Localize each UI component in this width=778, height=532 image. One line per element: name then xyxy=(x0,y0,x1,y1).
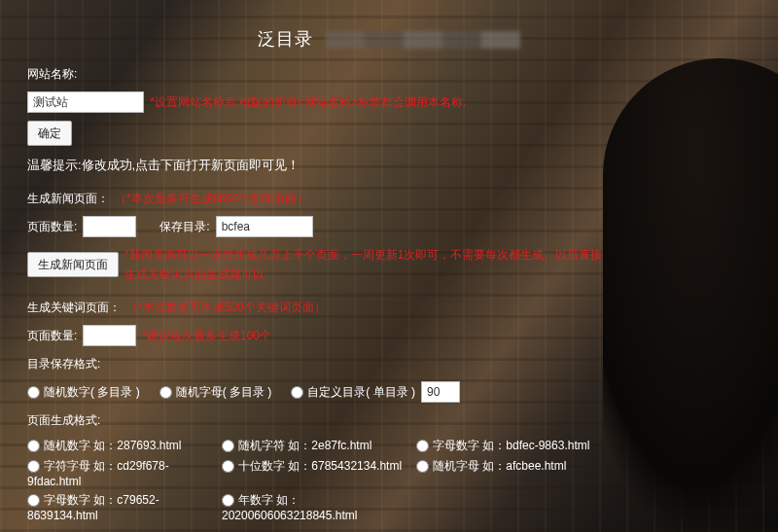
site-name-input[interactable] xyxy=(27,91,144,113)
site-name-label: 网站名称: xyxy=(27,64,77,84)
news-heading: 生成新闻页面： xyxy=(27,189,109,208)
pagefmt-opt-e[interactable]: 十位数字 如：6785432134.html xyxy=(222,458,416,488)
dirfmt-custom-input[interactable] xyxy=(421,381,460,403)
pagefmt-opt-g[interactable]: 字母数字 如：c79652-8639134.html xyxy=(27,492,222,522)
pagefmt-opt-a[interactable]: 随机数字 如：287693.html xyxy=(27,438,222,454)
news-count-input[interactable] xyxy=(83,216,136,237)
kw-limit-hint: （*本次最多可生成500个关键词页面） xyxy=(126,298,326,317)
confirm-button[interactable]: 确定 xyxy=(27,121,72,146)
pagefmt-opt-c[interactable]: 字母数字 如：bdfec-9863.html xyxy=(416,438,611,454)
success-tip: 温馨提示:修改成功,点击下面打开新页面即可见！ xyxy=(27,156,300,175)
dirfmt-opt-custom[interactable]: 自定义目录( 单目录 ) xyxy=(291,382,415,402)
news-count-label: 页面数量: xyxy=(27,217,77,236)
dirfmt-label: 目录保存格式: xyxy=(27,354,100,373)
news-dir-input[interactable] xyxy=(216,216,313,237)
kw-count-hint: *建议每次最多生成100个 xyxy=(142,326,271,345)
pagefmt-opt-b[interactable]: 随机字符 如：2e87fc.html xyxy=(222,438,416,454)
kw-count-input[interactable] xyxy=(83,325,136,346)
pagefmt-opt-d[interactable]: 字符字母 如：cd29f678-9fdac.html xyxy=(27,458,222,488)
kw-heading: 生成关键词页面： xyxy=(27,298,121,317)
site-name-hint: *设置网站名称后,模版的所有<网站名称>标签都会调用本名称. xyxy=(150,92,466,112)
dirfmt-opt-digits[interactable]: 随机数字( 多目录 ) xyxy=(27,382,140,402)
dirfmt-opt-letters[interactable]: 随机字母( 多目录 ) xyxy=(159,382,272,402)
gen-news-button[interactable]: 生成新闻页面 xyxy=(27,252,119,277)
news-limit-hint: （*本次最多可生成8660个新闻页面） xyxy=(115,189,308,208)
news-gen-hint: *新闻页面可以一次性生成几百上千个页面，一周更新1次即可，不需要每次都生成。以后… xyxy=(124,245,630,284)
page-title-prefix: 泛目录 xyxy=(258,29,313,49)
pagefmt-label: 页面生成格式: xyxy=(27,410,100,430)
kw-gen-hint: （*第一次性完全部关键词页面并在首页空间第一周分关键词发布，建议每周发布3次【具… xyxy=(136,528,622,532)
pagefmt-opt-h[interactable]: 年数字 如：20200606063218845.html xyxy=(222,492,416,522)
news-dir-label: 保存目录: xyxy=(159,217,209,236)
title-censored xyxy=(326,31,520,49)
kw-count-label: 页面数量: xyxy=(27,326,77,345)
pagefmt-opt-f[interactable]: 随机字母 如：afcbee.html xyxy=(416,458,611,488)
